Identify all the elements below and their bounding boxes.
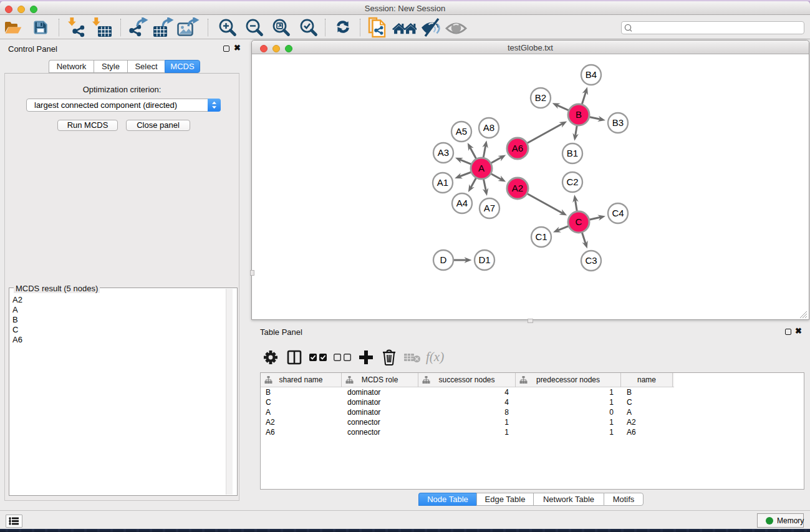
svg-text:A4: A4: [456, 198, 468, 208]
svg-text:A6: A6: [512, 143, 523, 153]
svg-text:A7: A7: [484, 203, 495, 213]
svg-text:A5: A5: [456, 126, 467, 137]
svg-text:B1: B1: [567, 148, 578, 158]
svg-text:C2: C2: [566, 177, 578, 187]
svg-text:C1: C1: [535, 231, 547, 242]
svg-text:B4: B4: [586, 69, 597, 80]
svg-text:B2: B2: [535, 92, 546, 103]
svg-text:C: C: [576, 216, 582, 227]
svg-text:A2: A2: [512, 183, 523, 193]
svg-text:B3: B3: [612, 117, 624, 128]
svg-text:A3: A3: [438, 147, 449, 158]
svg-text:B: B: [576, 109, 582, 120]
svg-text:A8: A8: [483, 122, 494, 133]
svg-text:D1: D1: [478, 254, 490, 265]
svg-text:C4: C4: [612, 208, 624, 218]
svg-text:D: D: [440, 254, 447, 265]
svg-text:A1: A1: [437, 177, 448, 188]
svg-text:A: A: [478, 163, 485, 173]
svg-text:C3: C3: [585, 255, 597, 266]
